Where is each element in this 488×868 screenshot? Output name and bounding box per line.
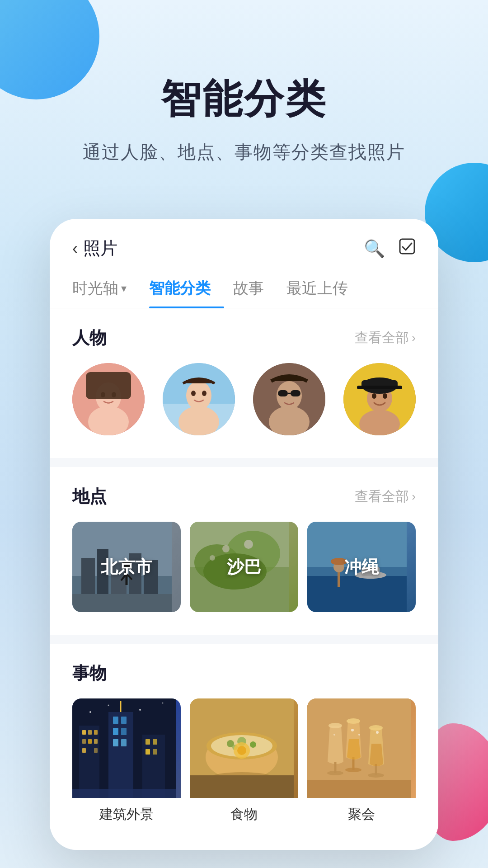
location-card-shaba[interactable]: 沙巴	[190, 522, 298, 612]
thing-label-gathering: 聚会	[307, 798, 416, 827]
svg-rect-65	[82, 739, 86, 744]
tab-timeline[interactable]: 时光轴 ▾	[72, 269, 140, 308]
thing-label-architecture: 建筑外景	[72, 798, 181, 827]
svg-rect-67	[94, 739, 98, 744]
avatar-person-4[interactable]	[343, 363, 416, 435]
svg-rect-70	[108, 712, 133, 798]
people-avatars-row	[72, 363, 416, 449]
locations-section-header: 地点 查看全部 ›	[72, 485, 416, 508]
svg-rect-74	[121, 728, 127, 735]
things-section: 事物	[50, 644, 438, 841]
location-card-beijing[interactable]: 北京市	[72, 522, 181, 612]
things-section-header: 事物	[72, 662, 416, 685]
locations-section-title: 地点	[72, 485, 107, 508]
back-navigation[interactable]: ‹ 照片	[72, 237, 117, 260]
svg-rect-71	[113, 717, 118, 724]
chevron-right-icon: ›	[412, 331, 416, 345]
svg-point-109	[376, 731, 379, 734]
thing-label-food: 食物	[190, 798, 298, 827]
svg-point-11	[191, 391, 196, 396]
svg-rect-6	[86, 372, 131, 399]
svg-rect-60	[79, 726, 99, 798]
svg-rect-62	[82, 730, 86, 735]
svg-rect-75	[113, 739, 118, 746]
svg-point-90	[250, 741, 256, 748]
thing-img-food	[190, 698, 298, 798]
svg-point-107	[351, 729, 354, 731]
svg-point-104	[369, 725, 383, 731]
back-arrow-icon[interactable]: ‹	[72, 239, 78, 258]
avatar-person-1[interactable]	[72, 363, 145, 435]
locations-see-all[interactable]: 查看全部 ›	[355, 487, 416, 506]
location-card-okinawa[interactable]: 冲绳	[307, 522, 416, 612]
things-section-title: 事物	[72, 662, 107, 685]
tabs-bar: 时光轴 ▾ 智能分类 故事 最近上传	[50, 269, 438, 308]
svg-point-98	[328, 723, 342, 728]
svg-rect-68	[82, 748, 86, 753]
people-section: 人物 查看全部 ›	[50, 308, 438, 458]
svg-rect-79	[145, 739, 150, 745]
svg-point-22	[372, 393, 376, 399]
header-icons: 🔍	[364, 238, 416, 259]
svg-rect-17	[291, 390, 300, 396]
people-see-all[interactable]: 查看全部 ›	[355, 329, 416, 347]
chevron-right-icon-loc: ›	[412, 490, 416, 504]
svg-rect-69	[94, 748, 98, 753]
thing-img-architecture	[72, 698, 181, 798]
svg-rect-80	[153, 739, 157, 745]
svg-point-103	[345, 768, 361, 772]
avatar-person-2[interactable]	[163, 363, 235, 435]
thing-card-gathering[interactable]: 聚会	[307, 698, 416, 827]
svg-point-110	[333, 734, 335, 736]
phone-mockup: ‹ 照片 🔍 时光轴 ▾ 智能分类	[50, 219, 438, 850]
thing-card-food[interactable]: 食物	[190, 698, 298, 827]
location-label-okinawa: 冲绳	[344, 556, 379, 579]
svg-point-12	[202, 391, 206, 396]
svg-rect-16	[278, 390, 288, 396]
svg-rect-111	[307, 780, 411, 798]
section-divider-2	[50, 635, 438, 644]
search-icon[interactable]: 🔍	[364, 239, 385, 259]
svg-rect-83	[72, 789, 176, 798]
svg-point-23	[383, 393, 387, 399]
select-icon[interactable]	[399, 238, 416, 259]
avatar-person-3[interactable]	[253, 363, 325, 435]
people-section-title: 人物	[72, 326, 107, 349]
svg-point-93	[237, 746, 246, 755]
location-label-shaba: 沙巴	[227, 556, 261, 579]
locations-section: 地点 查看全部 ›	[50, 467, 438, 635]
svg-rect-76	[121, 739, 127, 746]
thing-img-gathering	[307, 698, 416, 798]
hero-section: 智能分类 通过人脸、地点、事物等分类查找照片	[0, 0, 488, 201]
dropdown-icon: ▾	[121, 282, 127, 295]
svg-point-57	[108, 705, 109, 706]
svg-rect-82	[153, 749, 157, 755]
tab-story[interactable]: 故事	[233, 269, 277, 308]
phone-mockup-container: ‹ 照片 🔍 时光轴 ▾ 智能分类	[50, 219, 438, 850]
people-section-header: 人物 查看全部 ›	[72, 326, 416, 349]
svg-point-58	[139, 709, 141, 711]
page-title: 照片	[83, 237, 117, 260]
tab-recent-upload[interactable]: 最近上传	[286, 269, 361, 308]
svg-point-101	[347, 718, 360, 724]
tab-smart-classify[interactable]: 智能分类	[149, 269, 224, 308]
svg-point-108	[358, 734, 360, 736]
svg-point-59	[162, 703, 164, 704]
app-header: ‹ 照片 🔍	[50, 219, 438, 269]
location-label-beijing: 北京市	[101, 556, 152, 579]
svg-rect-63	[88, 730, 92, 735]
svg-rect-66	[88, 739, 92, 744]
hero-subtitle: 通过人脸、地点、事物等分类查找照片	[27, 140, 461, 165]
svg-rect-81	[145, 749, 150, 755]
svg-point-9	[186, 381, 211, 410]
svg-rect-73	[113, 728, 118, 735]
things-cards-grid: 建筑外景	[72, 698, 416, 841]
svg-point-106	[368, 773, 384, 778]
svg-rect-72	[121, 717, 127, 724]
thing-card-architecture[interactable]: 建筑外景	[72, 698, 181, 827]
section-divider-1	[50, 458, 438, 467]
svg-rect-0	[400, 239, 414, 254]
bottom-bar	[50, 841, 438, 850]
svg-rect-95	[190, 775, 294, 798]
svg-rect-64	[94, 730, 98, 735]
